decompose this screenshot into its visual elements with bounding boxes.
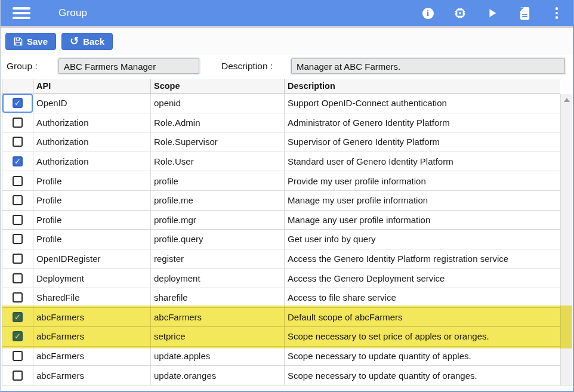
row-checkbox[interactable] — [13, 371, 23, 381]
description-input[interactable] — [291, 58, 565, 74]
table-row[interactable]: Profile profile.me Manage my user profil… — [2, 191, 560, 211]
description-cell: Access the Genero Deployment service — [284, 268, 560, 288]
api-cell: OpenIDRegister — [33, 249, 150, 268]
table-row[interactable]: Authorization Role.User Standard user of… — [2, 152, 560, 172]
description-column-header: Description — [284, 79, 560, 93]
run-play-icon[interactable] — [486, 7, 499, 20]
api-cell: abcFarmers — [33, 308, 150, 327]
checkbox-column-header — [2, 79, 33, 93]
row-checkbox-cell — [2, 230, 33, 249]
group-label: Group : — [7, 61, 38, 72]
table-row[interactable]: abcFarmers update.oranges Scope necessar… — [2, 366, 560, 385]
row-checkbox-cell — [2, 211, 33, 230]
description-cell: Support OpenID-Connect authentication — [284, 94, 560, 113]
description-label: Description : — [221, 61, 273, 72]
row-checkbox-cell — [2, 94, 33, 113]
scope-cell: Role.Supervisor — [150, 132, 284, 152]
api-cell: abcFarmers — [33, 366, 150, 385]
table-row[interactable]: abcFarmers update.apples Scope necessary… — [2, 347, 560, 366]
api-cell: SharedFile — [33, 288, 150, 307]
back-button[interactable]: ↺ Back — [61, 33, 113, 50]
description-cell: Scope necessary to update quantity of or… — [284, 366, 560, 385]
row-checkbox-cell — [2, 113, 33, 132]
description-cell: Scope necessary to update quantity of ap… — [284, 347, 560, 366]
action-toolbar: Save ↺ Back — [1, 26, 573, 55]
api-cell: Authorization — [33, 152, 150, 171]
table-row[interactable]: Profile profile.query Get user info by q… — [2, 230, 560, 249]
table-header-row: API Scope Description — [2, 79, 560, 94]
row-checkbox[interactable] — [13, 351, 23, 361]
scope-cell: update.apples — [150, 347, 284, 366]
table-row[interactable]: OpenIDRegister register Access the Gener… — [2, 249, 560, 269]
app-header: Group i — [1, 0, 573, 26]
description-cell: Supervisor of Genero Identity Platform — [284, 132, 560, 152]
scope-cell: profile.query — [150, 230, 284, 249]
row-checkbox[interactable] — [13, 215, 23, 225]
scope-cell: register — [150, 249, 284, 268]
save-button[interactable]: Save — [5, 33, 56, 50]
description-cell: Get user info by query — [284, 230, 560, 249]
row-checkbox[interactable] — [13, 312, 23, 322]
description-cell: Provide my user profile information — [284, 171, 560, 190]
scope-cell: Role.User — [150, 152, 284, 171]
api-cell: Authorization — [33, 113, 150, 132]
row-checkbox-cell — [2, 268, 33, 288]
row-checkbox-cell — [2, 308, 33, 327]
scrollbar-up-arrow-icon[interactable] — [564, 98, 570, 102]
row-checkbox[interactable] — [13, 331, 23, 341]
description-cell: Standard user of Genero Identity Platfor… — [284, 152, 560, 171]
table-row[interactable]: OpenID openid Support OpenID-Connect aut… — [2, 94, 560, 113]
scope-column-header: Scope — [150, 79, 284, 93]
row-checkbox-cell — [2, 288, 33, 307]
api-cell: Profile — [33, 230, 150, 249]
scopes-table: API Scope Description OpenID openid Supp… — [2, 79, 572, 385]
description-cell: Manage my user profile information — [284, 191, 560, 210]
table-row[interactable]: SharedFile sharefile Access to file shar… — [2, 288, 560, 308]
api-cell: Deployment — [33, 268, 150, 288]
api-cell: Authorization — [33, 132, 150, 152]
scope-cell: sharefile — [150, 288, 284, 307]
hamburger-menu-icon[interactable] — [13, 7, 30, 19]
row-checkbox[interactable] — [13, 137, 23, 147]
row-checkbox[interactable] — [13, 234, 23, 244]
api-cell: abcFarmers — [33, 327, 150, 346]
description-cell: Access the Genero Identity Platform regi… — [284, 249, 560, 268]
row-checkbox-cell — [2, 152, 33, 171]
row-checkbox-cell — [2, 132, 33, 152]
floppy-disk-icon — [14, 37, 23, 46]
chip-icon[interactable] — [453, 7, 467, 20]
table-row[interactable]: Profile profile Provide my user profile … — [2, 171, 560, 191]
table-row[interactable]: abcFarmers setprice Scope necessary to s… — [2, 327, 560, 347]
row-checkbox[interactable] — [13, 195, 23, 205]
scope-cell: profile.mgr — [150, 211, 284, 230]
api-column-header: API — [33, 79, 150, 93]
scope-cell: setprice — [150, 327, 284, 346]
table-row[interactable]: Authorization Role.Admin Administrator o… — [2, 113, 560, 133]
api-cell: Profile — [33, 171, 150, 190]
row-checkbox[interactable] — [13, 254, 23, 264]
scope-cell: profile.me — [150, 191, 284, 210]
vertical-scrollbar[interactable] — [560, 94, 572, 385]
group-form: Group : Description : — [1, 55, 573, 79]
kebab-menu-icon[interactable] — [550, 7, 563, 20]
table-row[interactable]: Profile profile.mgr Manage any user prof… — [2, 211, 560, 230]
description-cell: Scope necessary to set price of apples o… — [284, 327, 560, 346]
save-button-label: Save — [27, 36, 48, 47]
info-icon[interactable]: i — [421, 7, 434, 20]
api-cell: Profile — [33, 211, 150, 230]
row-checkbox[interactable] — [13, 273, 23, 283]
description-cell: Administrator of Genero Identity Platfor… — [284, 113, 560, 132]
row-checkbox[interactable] — [13, 292, 23, 303]
row-checkbox-cell — [2, 347, 33, 366]
row-checkbox[interactable] — [13, 118, 23, 128]
document-icon[interactable] — [518, 7, 531, 20]
table-row[interactable]: Deployment deployment Access the Genero … — [2, 268, 560, 288]
row-checkbox[interactable] — [13, 98, 23, 108]
scope-cell: Role.Admin — [150, 113, 284, 132]
table-row[interactable]: abcFarmers abcFarmers Default scope of a… — [2, 308, 560, 328]
group-name-input[interactable] — [58, 58, 199, 74]
row-checkbox[interactable] — [13, 156, 23, 166]
row-checkbox[interactable] — [13, 176, 23, 186]
undo-arrow-icon: ↺ — [70, 36, 79, 47]
table-row[interactable]: Authorization Role.Supervisor Supervisor… — [2, 132, 560, 152]
